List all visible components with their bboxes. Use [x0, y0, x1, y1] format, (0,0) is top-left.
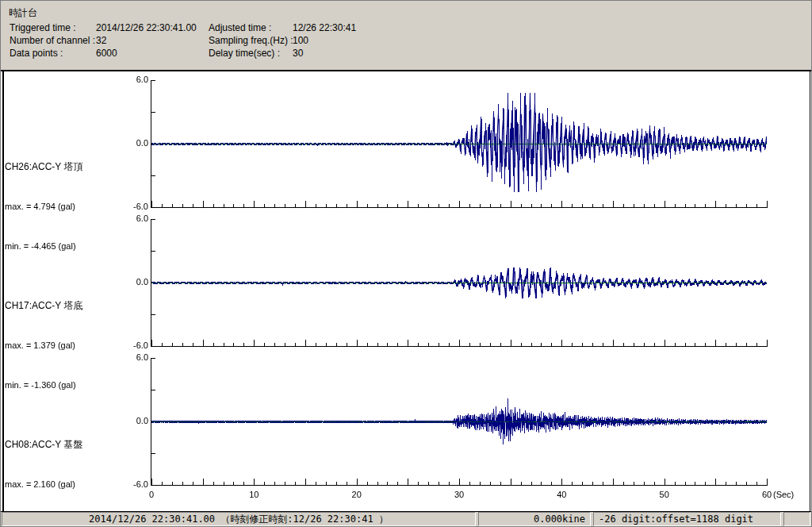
y-tick-label: 6.0	[112, 352, 148, 362]
y-tick-label: 0.0	[112, 416, 148, 425]
status-trigger-time: 2014/12/26 22:30:41.00 （時刻修正時刻:12/26 22:…	[2, 512, 476, 526]
channel-info-ch26: CH26:ACC-Y 塔頂 max. = 4.794 (gal) min. = …	[5, 133, 82, 280]
channel-info-ch17: CH17:ACC-Y 塔底 max. = 1.379 (gal) min. = …	[5, 272, 82, 419]
y-tick-label: -6.0	[112, 202, 148, 211]
channel-max: max. = 1.379 (gal)	[5, 340, 82, 351]
status-kine-value: 0.000kine	[478, 512, 591, 526]
channel-max: max. = 2.160 (gal)	[5, 479, 82, 490]
x-tick-label: 30	[443, 490, 475, 499]
sampling-freq-label: Sampling freq.(Hz) :	[209, 35, 293, 46]
status-empty-panel	[783, 512, 810, 526]
status-bar: 2014/12/26 22:30:41.00 （時刻修正時刻:12/26 22:…	[2, 512, 810, 526]
delay-time-value: 30	[293, 48, 303, 59]
sampling-freq-value: 100	[293, 35, 308, 46]
data-points-label: Data points :	[10, 48, 63, 59]
waveform-plot-area: CH26:ACC-Y 塔頂 max. = 4.794 (gal) min. = …	[1, 70, 811, 512]
y-tick-label: 6.0	[112, 75, 148, 84]
adjusted-time-value: 12/26 22:30:41	[293, 22, 356, 33]
y-tick-label: -6.0	[112, 479, 148, 489]
channel-name: CH17:ACC-Y 塔底	[5, 301, 82, 311]
y-tick-label: 0.0	[112, 138, 148, 148]
window-title: 時計台	[9, 6, 37, 20]
channel-min: min. = -4.465 (gal)	[5, 241, 82, 252]
y-tick-label: 0.0	[112, 277, 148, 287]
status-digit-offset: -26 digit:offset=1188 digit	[593, 512, 781, 526]
seismic-viewer-window: 時計台 Triggered time : 2014/12/26 22:30:41…	[0, 0, 812, 527]
channel-min: min. = -1.360 (gal)	[5, 380, 82, 390]
channel-name: CH08:ACC-Y 基盤	[5, 440, 82, 450]
header-panel: 時計台 Triggered time : 2014/12/26 22:30:41…	[1, 1, 811, 70]
y-tick-label: -6.0	[112, 340, 148, 350]
x-tick-label: 40	[546, 490, 577, 499]
channel-count-label: Number of channel :	[10, 35, 95, 46]
channel-count-value: 32	[96, 35, 106, 46]
x-axis-unit-label: (Sec)	[773, 490, 794, 499]
triggered-time-label: Triggered time :	[10, 22, 76, 33]
x-tick-label: 50	[649, 490, 680, 499]
channel-info-ch08: CH08:ACC-Y 基盤 max. = 2.160 (gal) min. = …	[5, 411, 82, 527]
waveform-canvas	[1, 70, 811, 512]
x-tick-label: 20	[341, 490, 373, 499]
channel-max: max. = 4.794 (gal)	[5, 202, 82, 212]
x-tick-label: 0	[136, 490, 167, 499]
adjusted-time-label: Adjusted time :	[209, 22, 271, 33]
y-tick-label: 6.0	[112, 213, 148, 223]
x-tick-label: 10	[238, 490, 270, 499]
data-points-value: 6000	[96, 48, 117, 59]
channel-name: CH26:ACC-Y 塔頂	[5, 162, 82, 172]
triggered-time-value: 2014/12/26 22:30:41.00	[96, 22, 197, 33]
delay-time-label: Delay time(sec) :	[209, 48, 280, 59]
